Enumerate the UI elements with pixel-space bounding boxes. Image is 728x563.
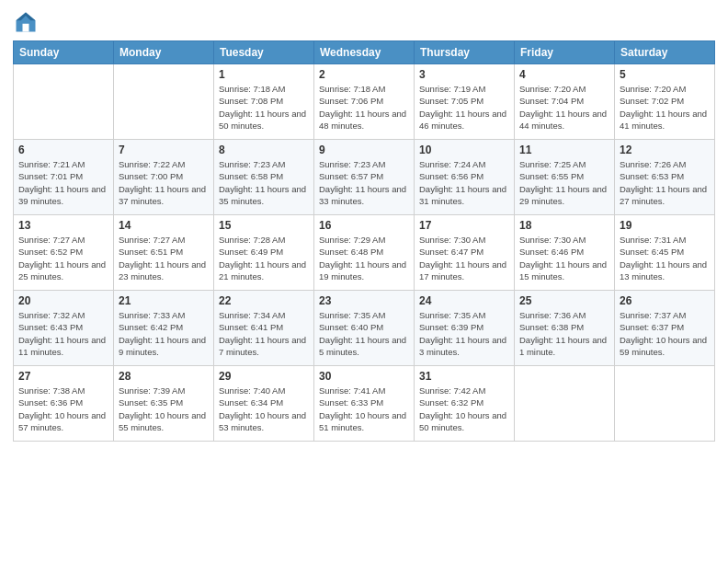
weekday-wednesday: Wednesday xyxy=(314,41,415,64)
day-number: 8 xyxy=(219,144,309,156)
day-cell xyxy=(615,366,715,442)
calendar: SundayMondayTuesdayWednesdayThursdayFrid… xyxy=(13,40,715,442)
day-info: Sunrise: 7:24 AM Sunset: 6:56 PM Dayligh… xyxy=(419,158,509,207)
day-info: Sunrise: 7:30 AM Sunset: 6:46 PM Dayligh… xyxy=(519,234,609,282)
day-cell: 27Sunrise: 7:38 AM Sunset: 6:36 PM Dayli… xyxy=(14,366,114,442)
day-cell: 5Sunrise: 7:20 AM Sunset: 7:02 PM Daylig… xyxy=(615,64,715,140)
day-number: 20 xyxy=(18,294,108,307)
day-info: Sunrise: 7:23 AM Sunset: 6:57 PM Dayligh… xyxy=(319,158,409,207)
day-cell: 3Sunrise: 7:19 AM Sunset: 7:05 PM Daylig… xyxy=(415,64,515,140)
day-cell: 30Sunrise: 7:41 AM Sunset: 6:33 PM Dayli… xyxy=(314,366,415,442)
day-cell: 26Sunrise: 7:37 AM Sunset: 6:37 PM Dayli… xyxy=(615,291,715,366)
week-row-2: 6Sunrise: 7:21 AM Sunset: 7:01 PM Daylig… xyxy=(14,140,715,215)
day-cell: 6Sunrise: 7:21 AM Sunset: 7:01 PM Daylig… xyxy=(14,140,114,215)
day-cell: 25Sunrise: 7:36 AM Sunset: 6:38 PM Dayli… xyxy=(515,291,615,366)
day-cell: 16Sunrise: 7:29 AM Sunset: 6:48 PM Dayli… xyxy=(314,215,415,291)
day-cell: 15Sunrise: 7:28 AM Sunset: 6:49 PM Dayli… xyxy=(214,215,314,291)
logo xyxy=(13,9,42,35)
day-info: Sunrise: 7:25 AM Sunset: 6:55 PM Dayligh… xyxy=(519,158,609,207)
weekday-saturday: Saturday xyxy=(615,41,715,64)
day-info: Sunrise: 7:38 AM Sunset: 6:36 PM Dayligh… xyxy=(18,385,108,433)
day-info: Sunrise: 7:39 AM Sunset: 6:35 PM Dayligh… xyxy=(119,385,209,433)
day-number: 22 xyxy=(219,294,309,307)
day-info: Sunrise: 7:33 AM Sunset: 6:42 PM Dayligh… xyxy=(119,309,209,358)
day-number: 14 xyxy=(119,219,209,232)
day-cell: 2Sunrise: 7:18 AM Sunset: 7:06 PM Daylig… xyxy=(314,64,415,140)
day-cell: 31Sunrise: 7:42 AM Sunset: 6:32 PM Dayli… xyxy=(415,366,515,442)
day-info: Sunrise: 7:26 AM Sunset: 6:53 PM Dayligh… xyxy=(620,158,710,207)
day-info: Sunrise: 7:34 AM Sunset: 6:41 PM Dayligh… xyxy=(219,309,309,358)
header xyxy=(13,9,715,35)
day-info: Sunrise: 7:35 AM Sunset: 6:40 PM Dayligh… xyxy=(319,309,409,358)
day-number: 21 xyxy=(119,294,209,307)
day-cell: 28Sunrise: 7:39 AM Sunset: 6:35 PM Dayli… xyxy=(114,366,214,442)
weekday-sunday: Sunday xyxy=(14,41,114,64)
day-cell xyxy=(515,366,615,442)
day-cell: 8Sunrise: 7:23 AM Sunset: 6:58 PM Daylig… xyxy=(214,140,314,215)
day-info: Sunrise: 7:42 AM Sunset: 6:32 PM Dayligh… xyxy=(419,385,509,433)
day-cell: 14Sunrise: 7:27 AM Sunset: 6:51 PM Dayli… xyxy=(114,215,214,291)
weekday-header-row: SundayMondayTuesdayWednesdayThursdayFrid… xyxy=(14,41,715,64)
day-number: 28 xyxy=(119,370,209,383)
day-cell: 19Sunrise: 7:31 AM Sunset: 6:45 PM Dayli… xyxy=(615,215,715,291)
day-cell: 29Sunrise: 7:40 AM Sunset: 6:34 PM Dayli… xyxy=(214,366,314,442)
day-number: 25 xyxy=(519,294,609,307)
day-info: Sunrise: 7:40 AM Sunset: 6:34 PM Dayligh… xyxy=(219,385,309,433)
day-info: Sunrise: 7:21 AM Sunset: 7:01 PM Dayligh… xyxy=(18,158,108,207)
day-number: 17 xyxy=(419,219,509,232)
day-number: 19 xyxy=(620,219,710,232)
day-number: 1 xyxy=(219,68,309,81)
day-cell: 20Sunrise: 7:32 AM Sunset: 6:43 PM Dayli… xyxy=(14,291,114,366)
day-info: Sunrise: 7:20 AM Sunset: 7:04 PM Dayligh… xyxy=(519,83,609,132)
week-row-1: 1Sunrise: 7:18 AM Sunset: 7:08 PM Daylig… xyxy=(14,64,715,140)
day-cell: 11Sunrise: 7:25 AM Sunset: 6:55 PM Dayli… xyxy=(515,140,615,215)
day-cell xyxy=(14,64,114,140)
day-cell: 10Sunrise: 7:24 AM Sunset: 6:56 PM Dayli… xyxy=(415,140,515,215)
week-row-5: 27Sunrise: 7:38 AM Sunset: 6:36 PM Dayli… xyxy=(14,366,715,442)
day-info: Sunrise: 7:32 AM Sunset: 6:43 PM Dayligh… xyxy=(18,309,108,358)
day-number: 18 xyxy=(519,219,609,232)
day-cell: 23Sunrise: 7:35 AM Sunset: 6:40 PM Dayli… xyxy=(314,291,415,366)
page: SundayMondayTuesdayWednesdayThursdayFrid… xyxy=(0,0,728,563)
day-info: Sunrise: 7:27 AM Sunset: 6:52 PM Dayligh… xyxy=(18,234,108,282)
day-info: Sunrise: 7:20 AM Sunset: 7:02 PM Dayligh… xyxy=(620,83,710,132)
day-info: Sunrise: 7:28 AM Sunset: 6:49 PM Dayligh… xyxy=(219,234,309,282)
weekday-monday: Monday xyxy=(114,41,214,64)
day-number: 24 xyxy=(419,294,509,307)
day-info: Sunrise: 7:22 AM Sunset: 7:00 PM Dayligh… xyxy=(119,158,209,207)
day-info: Sunrise: 7:18 AM Sunset: 7:08 PM Dayligh… xyxy=(219,83,309,132)
day-number: 31 xyxy=(419,370,509,383)
day-number: 30 xyxy=(319,370,409,383)
day-cell: 7Sunrise: 7:22 AM Sunset: 7:00 PM Daylig… xyxy=(114,140,214,215)
day-number: 5 xyxy=(620,68,710,81)
day-number: 15 xyxy=(219,219,309,232)
day-cell: 1Sunrise: 7:18 AM Sunset: 7:08 PM Daylig… xyxy=(214,64,314,140)
day-cell xyxy=(114,64,214,140)
day-cell: 13Sunrise: 7:27 AM Sunset: 6:52 PM Dayli… xyxy=(14,215,114,291)
day-number: 11 xyxy=(519,144,609,156)
day-info: Sunrise: 7:37 AM Sunset: 6:37 PM Dayligh… xyxy=(620,309,710,358)
day-number: 2 xyxy=(319,68,409,81)
weekday-thursday: Thursday xyxy=(415,41,515,64)
day-number: 7 xyxy=(119,144,209,156)
day-number: 10 xyxy=(419,144,509,156)
svg-rect-2 xyxy=(23,24,29,32)
day-info: Sunrise: 7:27 AM Sunset: 6:51 PM Dayligh… xyxy=(119,234,209,282)
day-number: 13 xyxy=(18,219,108,232)
weekday-tuesday: Tuesday xyxy=(214,41,314,64)
logo-icon xyxy=(13,9,39,35)
day-number: 27 xyxy=(18,370,108,383)
day-info: Sunrise: 7:35 AM Sunset: 6:39 PM Dayligh… xyxy=(419,309,509,358)
week-row-3: 13Sunrise: 7:27 AM Sunset: 6:52 PM Dayli… xyxy=(14,215,715,291)
day-info: Sunrise: 7:30 AM Sunset: 6:47 PM Dayligh… xyxy=(419,234,509,282)
day-number: 23 xyxy=(319,294,409,307)
day-info: Sunrise: 7:23 AM Sunset: 6:58 PM Dayligh… xyxy=(219,158,309,207)
weekday-friday: Friday xyxy=(515,41,615,64)
day-number: 26 xyxy=(620,294,710,307)
day-info: Sunrise: 7:19 AM Sunset: 7:05 PM Dayligh… xyxy=(419,83,509,132)
week-row-4: 20Sunrise: 7:32 AM Sunset: 6:43 PM Dayli… xyxy=(14,291,715,366)
day-cell: 22Sunrise: 7:34 AM Sunset: 6:41 PM Dayli… xyxy=(214,291,314,366)
day-number: 16 xyxy=(319,219,409,232)
day-info: Sunrise: 7:41 AM Sunset: 6:33 PM Dayligh… xyxy=(319,385,409,433)
day-number: 29 xyxy=(219,370,309,383)
